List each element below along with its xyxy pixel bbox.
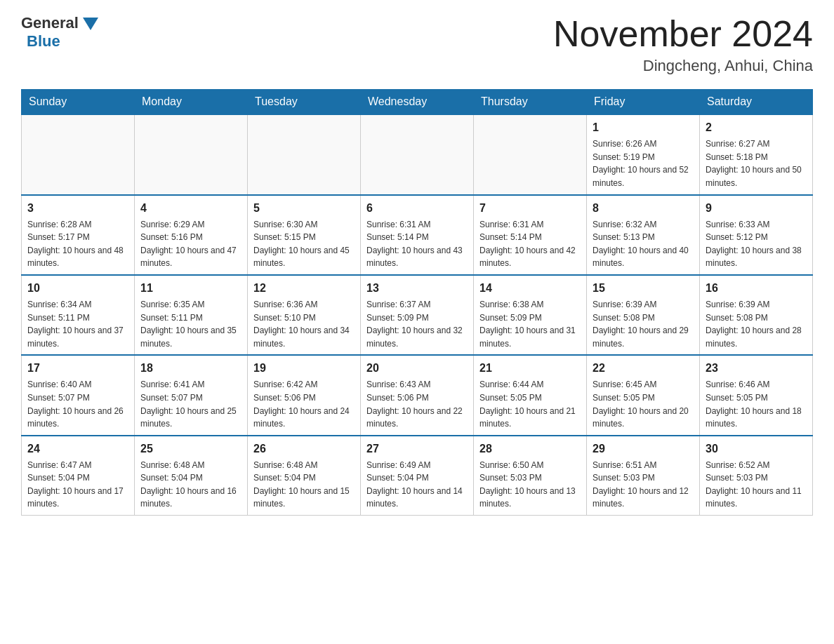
- day-info: Sunrise: 6:30 AM Sunset: 5:15 PM Dayligh…: [253, 218, 355, 270]
- calendar-cell: 22Sunrise: 6:45 AM Sunset: 5:05 PM Dayli…: [587, 355, 700, 435]
- calendar-cell: 9Sunrise: 6:33 AM Sunset: 5:12 PM Daylig…: [700, 195, 813, 275]
- week-row-4: 17Sunrise: 6:40 AM Sunset: 5:07 PM Dayli…: [22, 355, 813, 435]
- weekday-header-thursday: Thursday: [474, 90, 587, 115]
- calendar-cell: 20Sunrise: 6:43 AM Sunset: 5:06 PM Dayli…: [361, 355, 474, 435]
- title-area: November 2024 Dingcheng, Anhui, China: [553, 14, 813, 75]
- calendar-cell: 14Sunrise: 6:38 AM Sunset: 5:09 PM Dayli…: [474, 275, 587, 355]
- calendar-cell: 8Sunrise: 6:32 AM Sunset: 5:13 PM Daylig…: [587, 195, 700, 275]
- week-row-3: 10Sunrise: 6:34 AM Sunset: 5:11 PM Dayli…: [22, 275, 813, 355]
- day-number: 7: [479, 200, 581, 217]
- calendar-cell: 2Sunrise: 6:27 AM Sunset: 5:18 PM Daylig…: [700, 114, 813, 194]
- day-info: Sunrise: 6:38 AM Sunset: 5:09 PM Dayligh…: [479, 298, 581, 350]
- calendar-cell: 23Sunrise: 6:46 AM Sunset: 5:05 PM Dayli…: [700, 355, 813, 435]
- day-number: 17: [27, 360, 128, 377]
- day-number: 13: [366, 280, 468, 297]
- calendar-cell: 5Sunrise: 6:30 AM Sunset: 5:15 PM Daylig…: [248, 195, 361, 275]
- weekday-header-saturday: Saturday: [700, 90, 813, 115]
- day-info: Sunrise: 6:48 AM Sunset: 5:04 PM Dayligh…: [253, 459, 355, 511]
- calendar-cell: 10Sunrise: 6:34 AM Sunset: 5:11 PM Dayli…: [22, 275, 135, 355]
- weekday-header-row: SundayMondayTuesdayWednesdayThursdayFrid…: [22, 90, 813, 115]
- day-number: 29: [593, 441, 694, 457]
- day-number: 1: [593, 119, 694, 136]
- logo-blue-text: Blue: [27, 32, 60, 50]
- day-number: 26: [253, 441, 355, 457]
- day-info: Sunrise: 6:26 AM Sunset: 5:19 PM Dayligh…: [593, 137, 694, 189]
- day-info: Sunrise: 6:49 AM Sunset: 5:04 PM Dayligh…: [366, 459, 468, 511]
- weekday-header-friday: Friday: [587, 90, 700, 115]
- day-info: Sunrise: 6:31 AM Sunset: 5:14 PM Dayligh…: [479, 218, 581, 270]
- day-number: 12: [253, 280, 355, 297]
- calendar-cell: [248, 114, 361, 194]
- calendar-cell: [474, 114, 587, 194]
- day-number: 28: [479, 441, 581, 457]
- week-row-2: 3Sunrise: 6:28 AM Sunset: 5:17 PM Daylig…: [22, 195, 813, 275]
- calendar-cell: 12Sunrise: 6:36 AM Sunset: 5:10 PM Dayli…: [248, 275, 361, 355]
- calendar-cell: 7Sunrise: 6:31 AM Sunset: 5:14 PM Daylig…: [474, 195, 587, 275]
- calendar-cell: 13Sunrise: 6:37 AM Sunset: 5:09 PM Dayli…: [361, 275, 474, 355]
- calendar-cell: [361, 114, 474, 194]
- weekday-header-sunday: Sunday: [22, 90, 135, 115]
- day-number: 25: [140, 441, 241, 457]
- day-info: Sunrise: 6:31 AM Sunset: 5:14 PM Dayligh…: [366, 218, 468, 270]
- calendar-cell: 26Sunrise: 6:48 AM Sunset: 5:04 PM Dayli…: [248, 436, 361, 516]
- day-number: 11: [140, 280, 241, 297]
- day-number: 6: [366, 200, 468, 217]
- day-info: Sunrise: 6:45 AM Sunset: 5:05 PM Dayligh…: [593, 378, 694, 430]
- day-info: Sunrise: 6:47 AM Sunset: 5:04 PM Dayligh…: [27, 459, 128, 511]
- svg-marker-0: [83, 18, 98, 30]
- day-number: 9: [706, 200, 807, 217]
- day-number: 5: [253, 200, 355, 217]
- day-info: Sunrise: 6:42 AM Sunset: 5:06 PM Dayligh…: [253, 378, 355, 430]
- day-info: Sunrise: 6:28 AM Sunset: 5:17 PM Dayligh…: [27, 218, 128, 270]
- calendar-cell: 29Sunrise: 6:51 AM Sunset: 5:03 PM Dayli…: [587, 436, 700, 516]
- calendar-table: SundayMondayTuesdayWednesdayThursdayFrid…: [21, 89, 813, 516]
- logo: General Blue: [21, 14, 98, 51]
- calendar-cell: 4Sunrise: 6:29 AM Sunset: 5:16 PM Daylig…: [135, 195, 248, 275]
- day-number: 18: [140, 360, 241, 377]
- day-info: Sunrise: 6:43 AM Sunset: 5:06 PM Dayligh…: [366, 378, 468, 430]
- day-info: Sunrise: 6:29 AM Sunset: 5:16 PM Dayligh…: [140, 218, 241, 270]
- day-number: 22: [593, 360, 694, 377]
- calendar-cell: 3Sunrise: 6:28 AM Sunset: 5:17 PM Daylig…: [22, 195, 135, 275]
- day-info: Sunrise: 6:51 AM Sunset: 5:03 PM Dayligh…: [593, 459, 694, 511]
- calendar-cell: [135, 114, 248, 194]
- day-info: Sunrise: 6:46 AM Sunset: 5:05 PM Dayligh…: [706, 378, 807, 430]
- day-number: 16: [706, 280, 807, 297]
- calendar-cell: 25Sunrise: 6:48 AM Sunset: 5:04 PM Dayli…: [135, 436, 248, 516]
- day-info: Sunrise: 6:36 AM Sunset: 5:10 PM Dayligh…: [253, 298, 355, 350]
- month-title: November 2024: [553, 14, 813, 54]
- day-info: Sunrise: 6:37 AM Sunset: 5:09 PM Dayligh…: [366, 298, 468, 350]
- day-info: Sunrise: 6:41 AM Sunset: 5:07 PM Dayligh…: [140, 378, 241, 430]
- week-row-5: 24Sunrise: 6:47 AM Sunset: 5:04 PM Dayli…: [22, 436, 813, 516]
- logo-general-text: General: [21, 14, 98, 32]
- day-number: 27: [366, 441, 468, 457]
- day-info: Sunrise: 6:40 AM Sunset: 5:07 PM Dayligh…: [27, 378, 128, 430]
- day-number: 2: [706, 119, 807, 136]
- day-number: 10: [27, 280, 128, 297]
- day-number: 19: [253, 360, 355, 377]
- header: General Blue November 2024 Dingcheng, An…: [21, 14, 813, 75]
- day-info: Sunrise: 6:52 AM Sunset: 5:03 PM Dayligh…: [706, 459, 807, 511]
- day-info: Sunrise: 6:33 AM Sunset: 5:12 PM Dayligh…: [706, 218, 807, 270]
- calendar-cell: 1Sunrise: 6:26 AM Sunset: 5:19 PM Daylig…: [587, 114, 700, 194]
- calendar-cell: 11Sunrise: 6:35 AM Sunset: 5:11 PM Dayli…: [135, 275, 248, 355]
- day-number: 24: [27, 441, 128, 457]
- day-info: Sunrise: 6:39 AM Sunset: 5:08 PM Dayligh…: [706, 298, 807, 350]
- day-number: 20: [366, 360, 468, 377]
- day-number: 4: [140, 200, 241, 217]
- day-number: 21: [479, 360, 581, 377]
- day-info: Sunrise: 6:39 AM Sunset: 5:08 PM Dayligh…: [593, 298, 694, 350]
- calendar-cell: 30Sunrise: 6:52 AM Sunset: 5:03 PM Dayli…: [700, 436, 813, 516]
- calendar-cell: 15Sunrise: 6:39 AM Sunset: 5:08 PM Dayli…: [587, 275, 700, 355]
- weekday-header-monday: Monday: [135, 90, 248, 115]
- calendar-cell: 18Sunrise: 6:41 AM Sunset: 5:07 PM Dayli…: [135, 355, 248, 435]
- day-number: 30: [706, 441, 807, 457]
- day-info: Sunrise: 6:50 AM Sunset: 5:03 PM Dayligh…: [479, 459, 581, 511]
- day-info: Sunrise: 6:34 AM Sunset: 5:11 PM Dayligh…: [27, 298, 128, 350]
- calendar-cell: 24Sunrise: 6:47 AM Sunset: 5:04 PM Dayli…: [22, 436, 135, 516]
- day-info: Sunrise: 6:35 AM Sunset: 5:11 PM Dayligh…: [140, 298, 241, 350]
- calendar-cell: 6Sunrise: 6:31 AM Sunset: 5:14 PM Daylig…: [361, 195, 474, 275]
- day-number: 8: [593, 200, 694, 217]
- weekday-header-wednesday: Wednesday: [361, 90, 474, 115]
- calendar-cell: 19Sunrise: 6:42 AM Sunset: 5:06 PM Dayli…: [248, 355, 361, 435]
